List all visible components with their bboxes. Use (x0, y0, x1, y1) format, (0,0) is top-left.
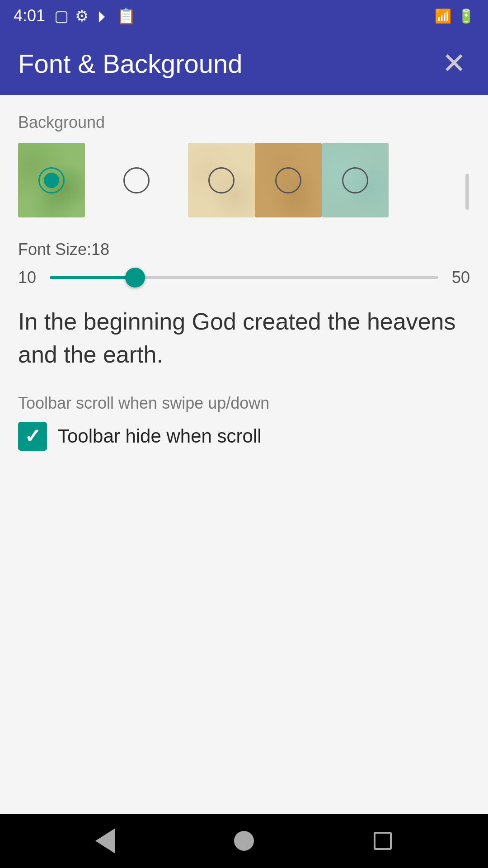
swatch-green[interactable] (18, 143, 85, 217)
recent-icon (374, 832, 392, 850)
radio-teal (342, 167, 368, 193)
slider-max-label: 50 (447, 268, 470, 287)
swatch-tan[interactable] (255, 143, 322, 217)
status-left: 4:01 ▢ ⚙ ⏵ 📋 (14, 6, 136, 25)
status-right: 📶 🔋 (435, 8, 474, 24)
slider-min-label: 10 (18, 268, 41, 287)
bottom-nav (0, 814, 488, 868)
font-size-section: Font Size:18 10 50 In the beginning God … (18, 240, 470, 371)
background-swatches (18, 143, 470, 217)
slider-track (50, 276, 438, 279)
font-size-label: Font Size:18 (18, 240, 470, 259)
radio-green (38, 167, 65, 193)
slider-filled (50, 276, 135, 279)
close-icon: ✕ (442, 49, 466, 78)
slider-thumb[interactable] (125, 268, 145, 288)
toolbar-section: Toolbar scroll when swipe up/down ✓ Tool… (18, 394, 470, 451)
font-size-slider[interactable] (50, 266, 438, 289)
square-icon: ▢ (54, 7, 69, 25)
swatches-wrapper (18, 143, 470, 240)
background-label: Background (18, 113, 470, 132)
radio-inner-green (44, 173, 59, 188)
preview-text: In the beginning God created the heavens… (18, 305, 470, 371)
swatch-teal[interactable] (322, 143, 389, 217)
background-section: Background (18, 113, 470, 240)
slider-row: 10 50 (18, 266, 470, 289)
status-bar: 4:01 ▢ ⚙ ⏵ 📋 📶 🔋 (0, 0, 488, 32)
gear-icon: ⚙ (75, 7, 89, 25)
page-title: Font & Background (18, 48, 243, 79)
toolbar-hide-checkbox[interactable]: ✓ (18, 422, 47, 451)
swatch-cream-box (188, 143, 255, 217)
toolbar-scroll-label: Toolbar scroll when swipe up/down (18, 394, 470, 413)
check-icon: ✓ (24, 426, 41, 446)
status-time: 4:01 (14, 6, 45, 25)
swatch-cream[interactable] (188, 143, 255, 217)
main-content: Background (0, 95, 488, 632)
radio-tan (275, 167, 301, 193)
content-spacer (0, 632, 488, 814)
toolbar-hide-label: Toolbar hide when scroll (58, 425, 262, 447)
play-shield-icon: ⏵ (95, 7, 110, 25)
swatch-green-box (18, 143, 85, 217)
back-button[interactable] (87, 823, 123, 859)
swatch-white[interactable] (103, 143, 170, 217)
home-icon (234, 831, 254, 851)
radio-white (123, 167, 150, 193)
signal-icon: 📶 (435, 8, 451, 24)
back-icon (95, 828, 115, 854)
close-button[interactable]: ✕ (438, 47, 470, 79)
battery-icon: 🔋 (458, 8, 474, 24)
home-button[interactable] (226, 823, 262, 859)
swatch-tan-box (255, 143, 322, 217)
swatch-teal-box (322, 143, 389, 217)
recent-button[interactable] (365, 823, 401, 859)
status-icons-left: ▢ ⚙ ⏵ 📋 (54, 7, 136, 25)
app-bar: Font & Background ✕ (0, 32, 488, 95)
scroll-indicator (465, 174, 469, 210)
radio-cream (208, 167, 235, 193)
checkbox-row[interactable]: ✓ Toolbar hide when scroll (18, 422, 470, 451)
clipboard-icon: 📋 (117, 7, 136, 25)
